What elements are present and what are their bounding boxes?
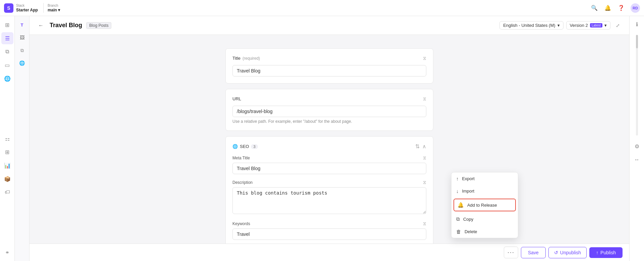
seo-sort-icon[interactable]: ⇅ — [415, 143, 420, 150]
sidebar-icon-tag[interactable]: 🏷 — [1, 186, 13, 198]
copy-icon: ⧉ — [456, 216, 460, 222]
globe-icon: 🌐 — [232, 144, 238, 149]
description-label-row: Description ⧖ — [232, 179, 426, 185]
description-icon[interactable]: ⧖ — [423, 179, 426, 185]
page-title: Travel Blog — [50, 22, 82, 29]
seo-section: 🌐 SEO 3 ⇅ ∧ Meta Title — [225, 136, 433, 244]
app-logo: S — [4, 3, 13, 13]
seo-header: 🌐 SEO 3 ⇅ ∧ — [232, 143, 426, 150]
keywords-label-row: Keywords ⧖ — [232, 221, 426, 226]
search-icon[interactable]: 🔍 — [590, 4, 598, 12]
stack-label: Stack — [16, 4, 24, 7]
language-selector[interactable]: English - United States (M) ▾ — [499, 21, 563, 30]
save-button[interactable]: Save — [521, 247, 546, 258]
settings-icon[interactable]: ⚙ — [632, 141, 642, 152]
preview-icon[interactable]: ↔ — [632, 154, 642, 165]
bottom-bar: ↑ Export ↓ Import 🔔 Add to Release ⧉ Cop… — [30, 244, 629, 261]
title-input[interactable] — [232, 65, 426, 76]
publish-label: Publish — [600, 250, 616, 255]
bell-icon[interactable]: 🔔 — [604, 4, 612, 12]
sidebar-icon-box[interactable]: 📦 — [1, 173, 13, 185]
meta-title-input[interactable] — [232, 163, 426, 174]
more-options-button[interactable]: ··· — [504, 247, 518, 258]
content-header: ← Travel Blog Blog Posts English - Unite… — [30, 16, 629, 35]
import-label: Import — [462, 189, 474, 194]
import-item[interactable]: ↓ Import — [451, 185, 518, 197]
url-input[interactable] — [232, 106, 426, 117]
url-translate-icon[interactable]: ⧖ — [423, 96, 426, 102]
title-required: (required) — [243, 56, 260, 61]
content-area: ← Travel Blog Blog Posts English - Unite… — [30, 16, 629, 261]
sidebar-icon-connections[interactable]: ⚭ — [1, 246, 13, 258]
version-selector[interactable]: Version 2 Latest ▾ — [566, 21, 610, 30]
back-button[interactable]: ← — [36, 21, 46, 30]
meta-title-label: Meta Title — [232, 156, 250, 160]
keywords-input[interactable] — [232, 228, 426, 240]
sidebar-primary: ⊞ ☰ ⧉ ▭ 🌐 ⚏ ⊞ 📊 📦 🏷 ⚭ — [0, 16, 15, 261]
sidebar-sec-text[interactable]: T — [16, 19, 28, 31]
copy-item[interactable]: ⧉ Copy — [451, 213, 518, 225]
unpublish-icon: ↺ — [554, 250, 558, 255]
sidebar-icon-list[interactable]: ☰ — [1, 32, 13, 44]
sidebar-icon-globe[interactable]: 🌐 — [1, 72, 13, 85]
title-section-header: Title (required) ⧖ — [232, 55, 426, 61]
sidebar-sec-globe2[interactable]: 🌐 — [16, 57, 28, 69]
meta-title-field: Meta Title ⧖ — [232, 155, 426, 174]
chevron-down-icon: ▾ — [557, 23, 560, 28]
export-item[interactable]: ↑ Export — [451, 172, 518, 185]
meta-title-icon[interactable]: ⧖ — [423, 155, 426, 161]
url-label: URL — [232, 96, 241, 101]
page-badge: Blog Posts — [86, 22, 111, 29]
url-section-header: URL ⧖ — [232, 96, 426, 102]
sidebar-icon-chart[interactable]: 📊 — [1, 159, 13, 171]
branch-name: main ▾ — [48, 8, 60, 13]
version-label: Version 2 — [570, 23, 588, 28]
right-panel: ℹ ⚙ ↔ — [629, 16, 644, 261]
form-container: Title (required) ⧖ URL ⧖ Use a relative … — [225, 48, 433, 244]
unpublish-button[interactable]: ↺ Unpublish — [548, 247, 587, 258]
main-layout: ⊞ ☰ ⧉ ▭ 🌐 ⚏ ⊞ 📊 📦 🏷 ⚭ T 🖼 ⧉ 🌐 ← Travel B… — [0, 16, 644, 261]
keywords-label: Keywords — [232, 221, 250, 226]
scrollbar-thumb — [636, 35, 638, 48]
url-hint: Use a relative path. For example, enter … — [232, 119, 426, 124]
delete-item[interactable]: 🗑 Delete — [451, 225, 518, 238]
sidebar-sec-layers2[interactable]: ⧉ — [16, 44, 28, 56]
publish-icon: ↑ — [596, 250, 598, 255]
stack-info: Stack Starter App — [16, 3, 38, 13]
branch-info: Branch main ▾ — [43, 3, 60, 13]
main-content: Title (required) ⧖ URL ⧖ Use a relative … — [30, 35, 629, 244]
delete-icon: 🗑 — [456, 229, 461, 234]
sidebar-icon-dashboard[interactable]: ⚏ — [1, 133, 13, 145]
publish-button[interactable]: ↑ Publish — [589, 247, 623, 258]
version-badge: Latest — [590, 23, 602, 28]
title-label: Title (required) — [232, 56, 260, 61]
sidebar-secondary: T 🖼 ⧉ 🌐 — [15, 16, 30, 261]
description-input[interactable]: This blog contains tourism posts — [232, 187, 426, 214]
seo-label: 🌐 SEO 3 — [232, 144, 258, 149]
header-right: English - United States (M) ▾ Version 2 … — [499, 21, 623, 30]
translate-icon[interactable]: ⧖ — [423, 55, 426, 61]
topbar-right: 🔍 🔔 ❓ RD — [590, 3, 640, 13]
help-icon[interactable]: ❓ — [617, 4, 625, 12]
sidebar-icon-monitor[interactable]: ▭ — [1, 59, 13, 71]
seo-collapse-icon[interactable]: ∧ — [422, 143, 426, 150]
branch-label: Branch — [48, 4, 58, 7]
fullscreen-button[interactable]: ⤢ — [613, 21, 623, 30]
info-icon[interactable]: ℹ — [632, 19, 642, 30]
sidebar-icon-table[interactable]: ⊞ — [1, 146, 13, 158]
scrollbar-track[interactable] — [636, 35, 638, 136]
keywords-icon[interactable]: ⧖ — [423, 221, 426, 226]
description-label: Description — [232, 180, 253, 185]
title-text: Title — [232, 56, 240, 61]
version-chevron-icon: ▾ — [604, 23, 607, 28]
add-to-release-label: Add to Release — [467, 203, 497, 208]
delete-label: Delete — [465, 229, 477, 234]
sidebar-icon-layers[interactable]: ⧉ — [1, 46, 13, 58]
dropdown-menu: ↑ Export ↓ Import 🔔 Add to Release ⧉ Cop… — [451, 172, 518, 238]
add-to-release-icon: 🔔 — [458, 202, 464, 208]
sidebar-sec-image[interactable]: 🖼 — [16, 32, 28, 44]
add-to-release-item[interactable]: 🔔 Add to Release — [453, 199, 516, 211]
seo-actions: ⇅ ∧ — [415, 143, 426, 150]
meta-title-label-row: Meta Title ⧖ — [232, 155, 426, 161]
sidebar-icon-grid[interactable]: ⊞ — [1, 19, 13, 31]
